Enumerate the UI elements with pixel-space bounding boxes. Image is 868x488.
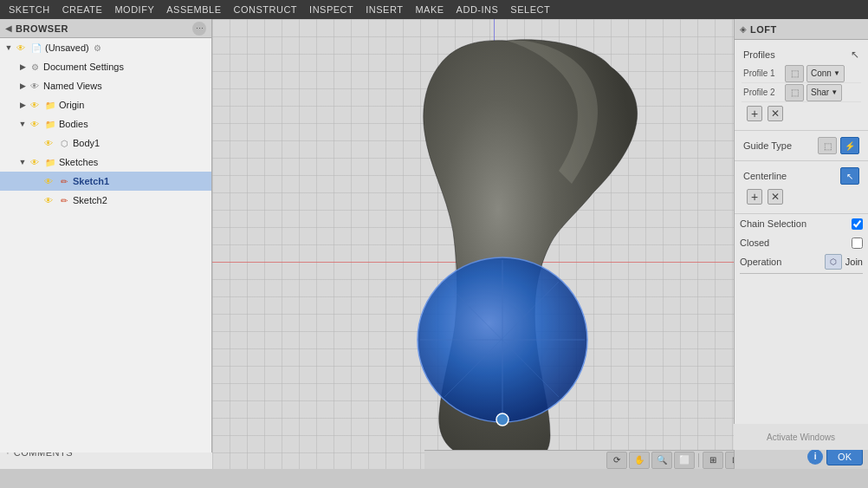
menu-item-assemble[interactable]: ASSEMBLE: [161, 3, 226, 16]
expand-arrow-body1: [31, 138, 42, 148]
tree-item-origin[interactable]: ▶ 👁 📁 Origin: [0, 95, 211, 114]
folder-icon-origin: 📁: [43, 98, 57, 112]
remove-centerline-btn[interactable]: ✕: [768, 189, 783, 205]
settings-icon-unsaved: ⚙: [91, 41, 105, 55]
centerline-row: Centerline ↖: [742, 166, 861, 185]
tree-label-sketch1: Sketch1: [73, 176, 109, 186]
guide-type-btn2[interactable]: ⚡: [840, 137, 859, 154]
profile1-label: Profile 1: [743, 68, 782, 78]
profile1-row: Profile 1 ⬚ Conn ▼: [742, 64, 861, 83]
menu-item-select[interactable]: SELECT: [505, 3, 555, 16]
profiles-section: Profiles ↖ Profile 1 ⬚ Conn ▼ Profile 2 …: [735, 40, 868, 131]
browser-expand-icon[interactable]: ◀: [5, 23, 12, 33]
tree-item-sketches[interactable]: ▼ 👁 📁 Sketches: [0, 153, 211, 172]
operation-label: Operation: [740, 257, 821, 267]
expand-arrow-sketches: ▼: [17, 157, 28, 167]
expand-arrow-sketch2: [31, 195, 42, 205]
view-cube-btn[interactable]: ⊞: [703, 452, 723, 469]
profile1-dropdown[interactable]: Conn ▼: [806, 65, 845, 82]
top-menu-bar: SKETCH CREATE MODIFY ASSEMBLE CONSTRUCT …: [0, 0, 868, 19]
pan-tool-btn[interactable]: ✋: [629, 452, 650, 469]
activate-windows-panel: Activate Windows: [734, 424, 868, 450]
add-remove-centerline-row: + ✕: [742, 185, 861, 208]
settings-icon-doc: ⚙: [28, 60, 42, 74]
orbit-tool-btn[interactable]: ⟳: [606, 452, 627, 469]
guide-type-section: Guide Type ⬚ ⚡: [735, 131, 868, 161]
folder-icon-sketches: 📁: [43, 155, 57, 169]
dropdown-arrow-1: ▼: [833, 69, 840, 77]
tree-item-sketch2[interactable]: 👁 ✏ Sketch2: [0, 191, 211, 210]
chain-selection-label: Chain Selection: [740, 218, 848, 229]
closed-checkbox[interactable]: [852, 237, 863, 249]
menu-item-create[interactable]: CREATE: [57, 3, 108, 16]
remove-profile-btn[interactable]: ✕: [768, 106, 783, 121]
tree-label-named-views: Named Views: [43, 81, 102, 91]
profile2-select-btn[interactable]: ⬚: [785, 84, 804, 101]
profile2-row: Profile 2 ⬚ Shar ▼: [742, 83, 861, 102]
loft-title: LOFT: [750, 24, 777, 35]
activate-windows-text: Activate Windows: [767, 433, 835, 442]
profile1-dropdown-label: Conn: [811, 68, 832, 78]
browser-title: BROWSER: [16, 23, 68, 34]
tree-item-named-views[interactable]: ▶ 👁 Named Views: [0, 76, 211, 95]
expand-arrow-origin: ▶: [17, 100, 28, 110]
cursor-icon: ↖: [851, 49, 859, 61]
menu-item-construct[interactable]: CONSTRUCT: [229, 3, 303, 16]
menu-item-modify[interactable]: MODIFY: [109, 3, 159, 16]
info-btn[interactable]: i: [807, 449, 823, 465]
centerline-btn[interactable]: ↖: [840, 167, 859, 185]
profile1-select-btn[interactable]: ⬚: [785, 65, 804, 82]
tree-item-doc-settings[interactable]: ▶ ⚙ Document Settings: [0, 57, 211, 76]
operation-icon: ⬡: [825, 254, 842, 270]
3d-loft-shape: [212, 19, 738, 469]
profile2-dropdown[interactable]: Shar ▼: [806, 84, 842, 101]
eye-icon-bodies: 👁: [28, 117, 42, 131]
browser-panel: ◀ BROWSER ⋯ ▼ 👁 📄 (Unsaved) ⚙ ▶ ⚙ Docume…: [0, 19, 212, 452]
browser-header: ◀ BROWSER ⋯: [0, 19, 211, 38]
guide-type-btn1[interactable]: ⬚: [818, 137, 837, 154]
eye-icon-body1: 👁: [42, 136, 55, 150]
tree-label-body1: Body1: [73, 138, 100, 148]
doc-icon-unsaved: 📄: [29, 41, 43, 55]
loft-header: ◈ LOFT: [735, 19, 868, 40]
closed-label: Closed: [740, 237, 848, 248]
tree-item-bodies[interactable]: ▼ 👁 📁 Bodies: [0, 114, 211, 133]
expand-arrow-named-views: ▶: [17, 81, 28, 91]
eye-icon-sketches: 👁: [28, 155, 42, 169]
tree-label-origin: Origin: [59, 100, 84, 110]
fit-btn[interactable]: ⬜: [674, 452, 695, 469]
tree-item-sketch1[interactable]: 👁 ✏ Sketch1: [0, 172, 211, 191]
chain-selection-checkbox[interactable]: [852, 218, 863, 230]
add-profile-btn[interactable]: +: [747, 106, 762, 121]
tree-item-unsaved[interactable]: ▼ 👁 📄 (Unsaved) ⚙: [0, 38, 211, 57]
loft-panel: ◈ LOFT Profiles ↖ Profile 1 ⬚ Conn ▼ Pro…: [734, 19, 868, 469]
menu-item-make[interactable]: MAKE: [410, 3, 449, 16]
centerline-section: Centerline ↖ + ✕: [735, 161, 868, 214]
add-centerline-btn[interactable]: +: [747, 189, 762, 205]
tree-item-body1[interactable]: 👁 ⬡ Body1: [0, 133, 211, 153]
ok-button[interactable]: OK: [826, 448, 863, 465]
menu-item-insert[interactable]: INSERT: [360, 3, 408, 16]
expand-arrow-sketch1: [31, 176, 42, 186]
closed-row: Closed: [735, 233, 868, 252]
profile2-dropdown-label: Shar: [811, 88, 829, 97]
browser-options-button[interactable]: ⋯: [192, 22, 206, 36]
menu-item-addins[interactable]: ADD-INS: [451, 3, 504, 16]
eye-icon-sketch1: 👁: [42, 174, 55, 188]
expand-arrow-bodies: ▼: [17, 119, 28, 129]
profiles-label: Profiles: [743, 49, 847, 60]
loft-divider: [740, 273, 863, 274]
toolbar-sep-1: [698, 453, 699, 467]
folder-icon-bodies: 📁: [43, 117, 57, 131]
centerline-label: Centerline: [743, 171, 837, 181]
eye-icon-origin: 👁: [28, 98, 42, 112]
guide-type-row: Guide Type ⬚ ⚡: [742, 136, 861, 155]
menu-item-sketch[interactable]: SKETCH: [3, 3, 55, 16]
viewport[interactable]: ⟳ ✋ 🔍 ⬜ ⊞ ⊟ ▦: [212, 19, 738, 469]
named-view-icon: 👁: [28, 79, 42, 93]
add-remove-profiles-row: + ✕: [742, 102, 861, 125]
tree-label-unsaved: (Unsaved): [45, 42, 89, 53]
eye-icon-sketch2: 👁: [42, 193, 55, 207]
menu-item-inspect[interactable]: INSPECT: [304, 3, 359, 16]
zoom-tool-btn[interactable]: 🔍: [651, 452, 672, 469]
